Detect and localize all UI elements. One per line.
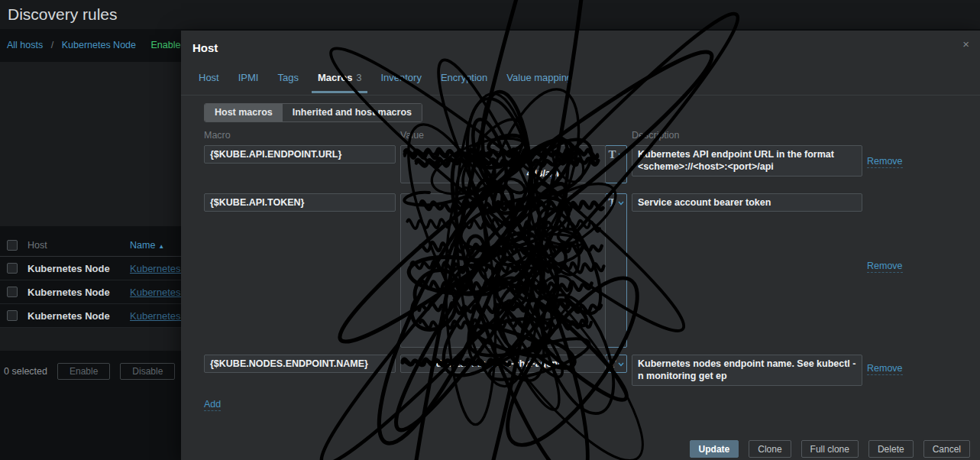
remove-macro-link[interactable]: Remove [867, 156, 903, 168]
delete-button[interactable]: Delete [868, 440, 914, 458]
top-title-bar: Discovery rules [0, 0, 980, 29]
modal-title: Host [192, 41, 218, 54]
add-macro-link[interactable]: Add [204, 399, 221, 411]
toggle-host-macros[interactable]: Host macros [205, 104, 283, 121]
selection-bar: 0 selected Enable Disable E [0, 363, 181, 380]
macro-description-input[interactable]: Kubernetes nodes endpoint name. See kube… [632, 355, 862, 386]
row-checkbox[interactable] [7, 287, 18, 297]
table-header-row: Host Name▲ [0, 234, 181, 257]
breadcrumb-all-hosts-link[interactable]: All hosts [7, 40, 43, 50]
remove-macro-link[interactable]: Remove [867, 363, 903, 375]
selected-count: 0 selected [4, 366, 47, 377]
page-title: Discovery rules [0, 0, 980, 24]
close-icon[interactable]: × [962, 38, 969, 50]
enable-button[interactable]: Enable [57, 363, 110, 380]
host-cell: Kubernetes Node [27, 287, 110, 298]
name-link[interactable]: Kubernetes No [130, 263, 181, 274]
host-list-table: Host Name▲ Kubernetes Node Kubernetes No… [0, 234, 181, 351]
chevron-down-icon [618, 153, 624, 157]
modal-footer: Update Clone Full clone Delete Cancel [690, 440, 970, 458]
host-cell: Kubernetes Node [27, 310, 110, 322]
macro-row: {$KUBE.API.TOKEN} T Service account bear… [204, 193, 937, 348]
macro-description-input[interactable]: Service account bearer token [632, 193, 862, 212]
remove-macro-link[interactable]: Remove [867, 261, 903, 273]
macro-name-input[interactable]: {$KUBE.NODES.ENDPOINT.NAME} [204, 355, 396, 373]
macro-value-group: T [400, 193, 627, 348]
column-label-macro: Macro [204, 130, 396, 141]
filter-panel [0, 62, 181, 226]
tab-macros-label: Macros [318, 72, 353, 83]
cancel-button[interactable]: Cancel [923, 440, 970, 458]
macro-value-group: dev-zabbix-helm-chrt-agent T [400, 355, 627, 373]
type-text-icon: T [608, 358, 616, 369]
type-text-icon: T [608, 197, 616, 208]
disable-button[interactable]: Disable [120, 363, 175, 380]
tab-inventory[interactable]: Inventory [378, 66, 423, 92]
tab-tags[interactable]: Tags [275, 66, 300, 92]
macro-type-dropdown[interactable]: T [605, 355, 627, 373]
select-all-checkbox[interactable] [7, 240, 18, 251]
tab-ipmi[interactable]: IPMI [236, 66, 261, 92]
macro-row: {$KUBE.API.ENDPOINT.URL} 443/api T Kuber… [204, 145, 937, 183]
table-footer-strip [0, 328, 181, 351]
host-cell: Kubernetes Node [27, 263, 110, 274]
macro-name-input[interactable]: {$KUBE.API.TOKEN} [204, 193, 396, 212]
macro-row: {$KUBE.NODES.ENDPOINT.NAME} dev-zabbix-h… [204, 355, 937, 386]
macro-description-input[interactable]: Kubernetes API endpoint URL in the forma… [632, 145, 862, 177]
macro-type-dropdown[interactable]: T [605, 193, 627, 348]
macro-value-group: 443/api T [400, 145, 627, 183]
host-modal: Host × Host IPMI Tags Macros3 Inventory … [181, 31, 980, 460]
row-checkbox[interactable] [7, 310, 18, 321]
column-label-description: Description [632, 130, 862, 141]
tab-host[interactable]: Host [196, 66, 222, 92]
value-visible-fragment: 443/api [527, 167, 559, 180]
clone-button[interactable]: Clone [749, 440, 791, 458]
chevron-down-icon [618, 362, 624, 367]
modal-tabs: Host IPMI Tags Macros3 Inventory Encrypt… [181, 66, 980, 96]
macro-value-input[interactable]: 443/api [400, 145, 606, 183]
macro-value-input[interactable]: dev-zabbix-helm-chrt-agent [400, 355, 606, 373]
update-button[interactable]: Update [690, 440, 739, 458]
macro-type-dropdown[interactable]: T [605, 145, 627, 183]
table-row: Kubernetes Node Kubernetes No [0, 257, 181, 280]
macro-view-toggle: Host macros Inherited and host macros [204, 103, 422, 122]
macros-table: Macro Value Description {$KUBE.API.ENDPO… [204, 130, 937, 411]
tab-value-mapping[interactable]: Value mapping [504, 66, 574, 92]
column-label-value: Value [400, 130, 627, 141]
macros-column-labels: Macro Value Description [204, 130, 937, 141]
macro-value-input[interactable] [400, 193, 606, 348]
sort-asc-icon: ▲ [158, 243, 164, 250]
chevron-down-icon [618, 201, 624, 206]
tab-macros[interactable]: Macros3 [315, 66, 364, 92]
full-clone-button[interactable]: Full clone [801, 440, 859, 458]
name-link[interactable]: Kubernetes No [130, 287, 181, 298]
breadcrumb-host-link[interactable]: Kubernetes Node [62, 40, 136, 50]
table-row: Kubernetes Node Kubernetes No [0, 304, 181, 328]
column-header-host: Host [27, 240, 47, 251]
macro-name-input[interactable]: {$KUBE.API.ENDPOINT.URL} [204, 145, 396, 164]
name-link[interactable]: Kubernetes No [130, 310, 181, 322]
value-visible-fragment: dev-zabbix-helm-chrt-agent [436, 358, 561, 370]
breadcrumb-separator: / [51, 40, 53, 50]
breadcrumb: All hosts / Kubernetes Node Enabled [7, 40, 186, 50]
type-text-icon: T [608, 149, 616, 160]
table-row: Kubernetes Node Kubernetes No [0, 280, 181, 304]
toggle-inherited-macros[interactable]: Inherited and host macros [283, 104, 422, 121]
tab-macros-count: 3 [356, 73, 361, 83]
column-header-name[interactable]: Name▲ [130, 240, 164, 251]
row-checkbox[interactable] [7, 263, 18, 274]
tab-encryption[interactable]: Encryption [438, 66, 490, 92]
